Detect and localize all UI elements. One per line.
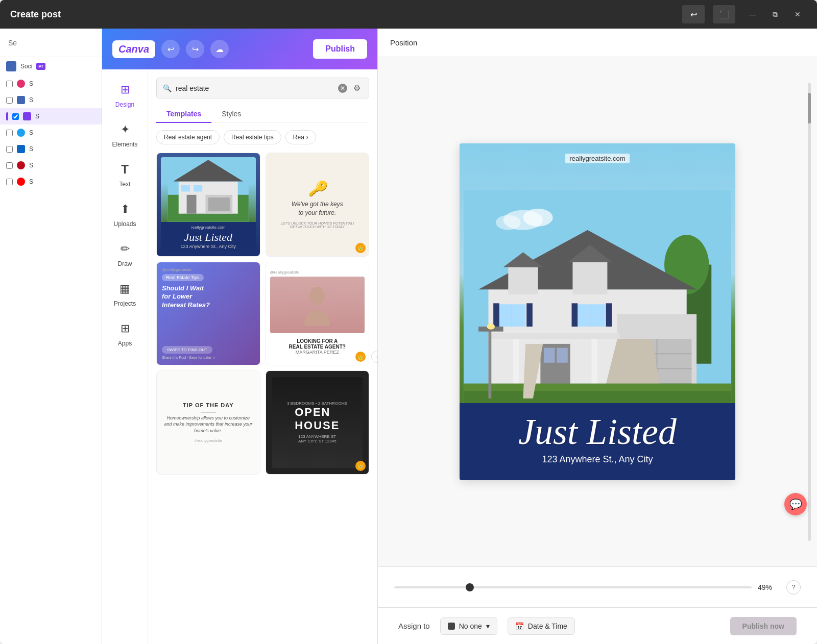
canva-logo[interactable]: Canva [112,40,155,58]
canva-topbar: Canva ↩ ↪ ☁ Publish [102,29,377,69]
checkbox-6[interactable] [6,162,13,169]
search-icon: 🔍 [163,84,172,92]
toolbar-btn-1[interactable]: ↩ [682,5,705,23]
publish-now-button[interactable]: Publish now [730,617,797,635]
calendar-icon: 📅 [515,622,524,630]
chip-real-estate-agent[interactable]: Real estate agent [156,130,220,144]
undo-button[interactable]: ↩ [161,40,180,58]
maximize-button[interactable]: ⧉ [766,7,784,21]
svg-rect-38 [526,303,533,327]
template-tip-of-day[interactable]: TIP OF THE DAY Homeownership allows you … [156,370,260,475]
tips-title: Should I Waitfor LowerInterest Rates? [162,284,210,310]
design-label: Design [115,101,134,108]
template-grid: reallygreatsite.com Just Listed 123 Anyw… [156,153,369,475]
zoom-slider-container: 49% [394,583,778,591]
scrollbar-track [808,83,811,541]
minimize-button[interactable]: — [743,7,762,21]
no-one-label: No one [459,622,482,630]
social-search-bar[interactable]: Se [0,29,102,57]
social-row-3[interactable]: S [0,108,102,125]
tab-styles[interactable]: Styles [211,106,251,123]
social-row-7[interactable]: S [0,174,102,190]
canvas-main[interactable]: reallygreatsite.com [378,57,817,566]
chip-more[interactable]: Rea › [285,130,316,144]
agent-info: LOOKING FOR AREAL ESTATE AGENT? MARGARIT… [287,333,348,357]
canvas-topbar: Position [378,29,817,57]
toolbar-text[interactable]: T Text [105,155,146,193]
social-row-5[interactable]: S [0,141,102,157]
template-agent[interactable]: @reallygreatsite LOOKING FOR ARE [266,262,370,366]
social-row-6[interactable]: S [0,157,102,174]
crown-badge-keys: 👑 [355,243,366,253]
window-title: Create post [10,9,674,20]
svg-point-12 [523,209,552,227]
checkbox-7[interactable] [6,179,13,185]
checkbox-2[interactable] [6,97,13,104]
cloud-save-button[interactable]: ☁ [210,40,229,58]
chat-bubble[interactable]: 💬 [784,493,807,515]
redo-button[interactable]: ↪ [186,40,204,58]
date-time-button[interactable]: 📅 Date & Time [508,617,575,635]
canva-toolbar: ⊞ Design ✦ Elements T Text ⬆ Uploads [102,69,148,644]
template-keys[interactable]: 🔑 We've got the keysto your future. LET'… [266,153,370,257]
twitter-icon [17,129,25,137]
clear-search-button[interactable]: ✕ [338,84,347,93]
undo-icon: ↩ [167,44,174,54]
svg-rect-6 [187,195,197,214]
svg-rect-46 [464,391,731,403]
search-input[interactable] [176,84,334,92]
apps-icon: ⊞ [116,319,134,338]
assign-to-label: Assign to [398,622,430,630]
filter-button[interactable]: ⚙ [351,82,363,94]
publish-button[interactable]: Publish [313,39,367,59]
checkbox-5[interactable] [6,146,13,153]
position-label: Position [390,38,417,47]
address-text: 123 Anywhere St., Any City [542,454,653,465]
keys-text: We've got the keysto your future. [292,200,343,217]
social-row-1[interactable]: S [0,76,102,92]
chip-real-estate-tips[interactable]: Real estate tips [224,130,281,144]
zoom-slider[interactable] [394,586,752,588]
canvas-bottombar: 49% ? [378,566,817,607]
toolbar-design[interactable]: ⊞ Design [105,76,146,113]
draw-label: Draw [117,260,132,267]
toolbar-projects[interactable]: ▦ Projects [105,275,146,312]
close-button[interactable]: ✕ [788,7,807,21]
tips-badge: Real Estate Tips [162,274,204,281]
template-open-house[interactable]: 3 BEDROOMS • 2 BATHROOMS OPENHOUSE 123 A… [266,370,370,475]
toolbar-btn-2[interactable]: ⬛ [713,5,735,23]
tab-templates[interactable]: Templates [156,106,211,123]
svg-point-50 [487,324,495,330]
social-panel: Se Soci Pr S S [0,29,102,644]
assign-to-dropdown[interactable]: No one ▾ [440,617,497,635]
window-controls: — ⧉ ✕ [743,7,807,21]
social-row-4[interactable]: S [0,125,102,141]
scrollbar-thumb[interactable] [808,93,811,123]
template-tips[interactable]: @reallygreatsite Real Estate Tips Should… [156,262,260,366]
bottom-action-bar: Assign to No one ▾ 📅 Date & Time Publish… [378,607,817,644]
chip-more-label: Rea [293,134,304,141]
svg-rect-39 [572,303,578,327]
projects-icon: ▦ [116,280,134,298]
tip-site: #reallygreatsite [195,438,222,443]
checkbox-1[interactable] [6,81,13,87]
just-listed-text: Just Listed [518,413,677,450]
house-image [460,190,735,403]
checkbox-3[interactable] [12,113,19,120]
zoom-label: 49% [758,583,778,591]
template-just-listed-dark[interactable]: reallygreatsite.com Just Listed 123 Anyw… [156,153,260,257]
social-row-header[interactable]: Soci Pr [0,57,102,76]
svg-rect-30 [557,348,567,362]
canva-social-icon [23,112,31,120]
pr-badge: Pr [36,63,45,70]
checkbox-4[interactable] [6,130,13,136]
toolbar-uploads[interactable]: ⬆ Uploads [105,195,146,233]
toolbar-elements[interactable]: ✦ Elements [105,115,146,153]
help-button[interactable]: ? [786,580,801,595]
social-row-2[interactable]: S [0,92,102,108]
template-house-photo [161,157,256,222]
toolbar-apps[interactable]: ⊞ Apps [105,314,146,352]
elements-icon: ✦ [116,120,134,139]
toolbar-draw[interactable]: ✏ Draw [105,235,146,273]
open-house-addr: 123 ANYWHERE STANY CITY, ST 12345 [298,434,337,443]
